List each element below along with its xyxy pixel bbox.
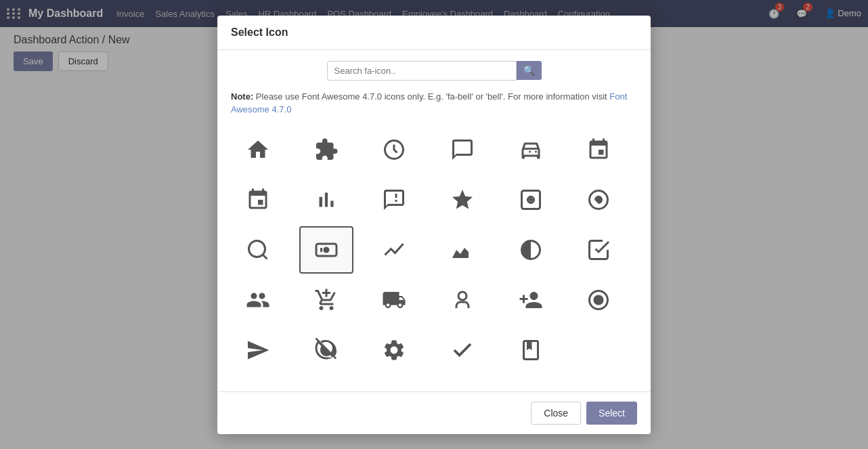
home-icon[interactable] — [231, 126, 285, 173]
user-plus-icon[interactable] — [504, 276, 558, 324]
shopping-cart-icon[interactable] — [299, 276, 353, 324]
icons-grid: $ — [231, 126, 637, 374]
svg-text:$: $ — [323, 247, 326, 253]
rss-icon[interactable] — [299, 326, 353, 374]
bar-chart-icon[interactable] — [299, 176, 353, 223]
sun-icon[interactable] — [571, 276, 626, 324]
speech-bubble-icon[interactable] — [367, 176, 421, 223]
modal-title: Select Icon — [231, 26, 288, 38]
modal-header: Select Icon — [217, 16, 651, 50]
search-bar: 🔍 — [231, 61, 637, 81]
svg-point-4 — [249, 240, 265, 257]
calendar-icon[interactable] — [571, 126, 626, 173]
calendar-x-icon[interactable] — [231, 176, 285, 223]
puzzle-icon[interactable] — [299, 126, 353, 173]
modal-body: 🔍 Note: Please use Font Awesome 4.7.0 ic… — [217, 50, 651, 391]
users-icon[interactable] — [231, 276, 285, 324]
note-text: Note: Please use Font Awesome 4.7.0 icon… — [231, 90, 637, 116]
pie-chart-icon[interactable] — [504, 226, 558, 274]
user-card-icon[interactable] — [504, 176, 558, 223]
area-chart-icon[interactable] — [435, 226, 490, 274]
car-icon[interactable] — [504, 126, 558, 173]
select-button[interactable]: Select — [586, 402, 637, 425]
select-icon-modal: Select Icon 🔍 Note: Please use Font Awes… — [217, 16, 651, 434]
search-icon[interactable] — [231, 226, 285, 274]
notebook-icon[interactable] — [504, 326, 558, 374]
modal-overlay: Select Icon 🔍 Note: Please use Font Awes… — [0, 0, 868, 449]
note-strong: Note: — [231, 91, 253, 102]
search-input[interactable] — [327, 61, 517, 81]
check-circle-icon[interactable] — [571, 226, 626, 274]
search-button[interactable]: 🔍 — [517, 61, 542, 80]
svg-point-8 — [458, 292, 466, 300]
checkmark-icon[interactable] — [435, 326, 490, 374]
cogs-icon[interactable] — [367, 326, 421, 374]
palette-icon[interactable] — [571, 176, 626, 223]
user-circle-icon[interactable] — [435, 276, 490, 324]
send-icon[interactable] — [231, 326, 285, 374]
trending-up-icon[interactable] — [367, 226, 421, 274]
money-bill-icon[interactable]: $ — [299, 226, 353, 274]
clock-icon[interactable] — [367, 126, 421, 173]
chat-icon[interactable] — [435, 126, 490, 173]
truck-icon[interactable] — [367, 276, 421, 324]
modal-footer: Close Select — [217, 391, 651, 434]
close-button[interactable]: Close — [531, 402, 581, 425]
star-icon[interactable] — [435, 176, 490, 223]
note-body: Please use Font Awesome 4.7.0 icons only… — [256, 91, 607, 102]
